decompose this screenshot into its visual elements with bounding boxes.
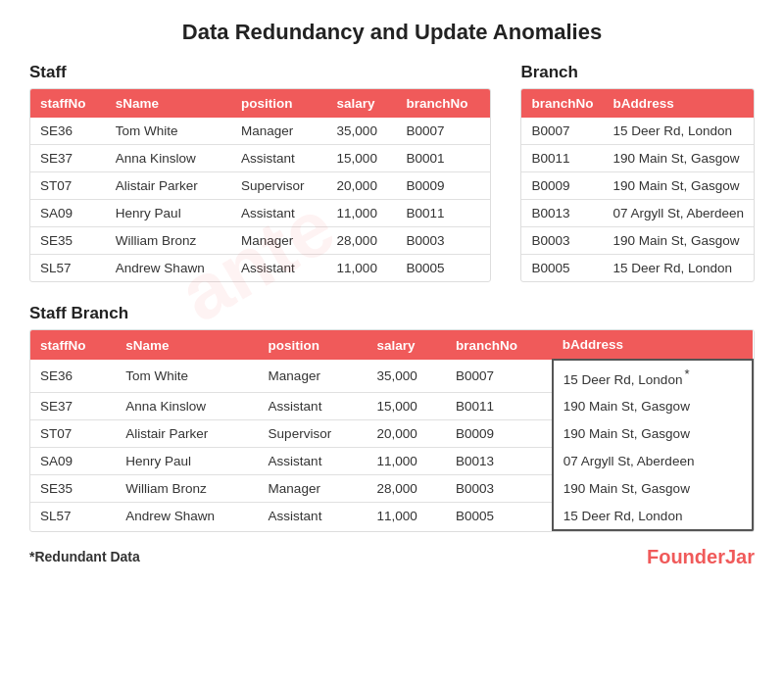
staff-header-position: position xyxy=(231,89,327,118)
sb-header-salary: salary xyxy=(368,330,446,360)
table-row: SE35William BronzManager28,000B0003 xyxy=(30,227,490,255)
staff-tbody: SE36Tom WhiteManager35,000B0007SE37Anna … xyxy=(30,118,490,281)
branch-tbody: B000715 Deer Rd, LondonB0011190 Main St,… xyxy=(521,118,754,281)
table-row: SE37Anna KinslowAssistant15,000B0001 xyxy=(30,145,490,172)
top-section-row: Staff staffNo sName position salary bran… xyxy=(29,63,755,282)
table-row: SE36Tom WhiteManager35,000B0007 xyxy=(30,118,490,145)
staff-header-row: staffNo sName position salary branchNo xyxy=(30,89,490,118)
staff-header-sName: sName xyxy=(106,89,231,118)
staff-branch-table-head: staffNo sName position salary branchNo b… xyxy=(30,330,753,360)
branch-table-wrapper: branchNo bAddress B000715 Deer Rd, Londo… xyxy=(520,88,755,282)
branch-header-row: branchNo bAddress xyxy=(521,89,754,118)
staff-header-branchNo: branchNo xyxy=(396,89,490,118)
staff-table-head: staffNo sName position salary branchNo xyxy=(30,89,490,118)
staff-branch-section: Staff Branch staffNo sName position sala… xyxy=(29,304,755,532)
sb-header-bAddress: bAddress xyxy=(553,330,753,360)
table-row: ST07Alistair ParkerSupervisor20,000B0009 xyxy=(30,172,490,200)
table-row: B000715 Deer Rd, London xyxy=(521,118,754,145)
table-row: B000515 Deer Rd, London xyxy=(521,255,754,282)
branch-section-label: Branch xyxy=(520,63,755,82)
branch-table-head: branchNo bAddress xyxy=(521,89,754,118)
staff-branch-header-row: staffNo sName position salary branchNo b… xyxy=(30,330,753,360)
sb-header-position: position xyxy=(259,330,368,360)
staff-branch-tbody: SE36Tom WhiteManager35,000B000715 Deer R… xyxy=(30,360,753,530)
table-row: SA09Henry PaulAssistant11,000B0011 xyxy=(30,200,490,227)
table-row: SE36Tom WhiteManager35,000B000715 Deer R… xyxy=(30,360,753,393)
sb-header-sName: sName xyxy=(116,330,258,360)
staff-table-wrapper: staffNo sName position salary branchNo S… xyxy=(29,88,491,282)
redundant-note: *Redundant Data xyxy=(29,549,140,564)
table-row: SA09Henry PaulAssistant11,000B001307 Arg… xyxy=(30,448,753,475)
sb-header-staffNo: staffNo xyxy=(30,330,116,360)
staff-branch-section-label: Staff Branch xyxy=(29,304,755,323)
staff-branch-table-wrapper: staffNo sName position salary branchNo b… xyxy=(29,329,755,532)
staff-table: staffNo sName position salary branchNo S… xyxy=(30,89,490,281)
table-row: ST07Alistair ParkerSupervisor20,000B0009… xyxy=(30,420,753,448)
table-row: SL57Andrew ShawnAssistant11,000B0005 xyxy=(30,255,490,282)
staff-branch-table: staffNo sName position salary branchNo b… xyxy=(30,330,754,531)
table-row: SE37Anna KinslowAssistant15,000B0011190 … xyxy=(30,393,753,420)
table-row: B001307 Argyll St, Aberdeen xyxy=(521,200,754,227)
staff-header-staffNo: staffNo xyxy=(30,89,106,118)
staff-section: Staff staffNo sName position salary bran… xyxy=(29,63,491,282)
table-row: B0003190 Main St, Gasgow xyxy=(521,227,754,255)
staff-header-salary: salary xyxy=(327,89,397,118)
page-title: Data Redundancy and Update Anomalies xyxy=(29,20,755,45)
page-wrapper: ante Data Redundancy and Update Anomalie… xyxy=(29,20,755,568)
table-row: SL57Andrew ShawnAssistant11,000B000515 D… xyxy=(30,503,753,530)
table-row: SE35William BronzManager28,000B0003190 M… xyxy=(30,475,753,503)
branch-header-branchNo: branchNo xyxy=(521,89,603,118)
table-row: B0011190 Main St, Gasgow xyxy=(521,145,754,172)
bottom-row: *Redundant Data FounderJar xyxy=(29,546,755,568)
brand-label: FounderJar xyxy=(647,546,755,568)
sb-header-branchNo: branchNo xyxy=(446,330,553,360)
branch-table: branchNo bAddress B000715 Deer Rd, Londo… xyxy=(521,89,754,281)
branch-header-bAddress: bAddress xyxy=(603,89,754,118)
redundant-star: * xyxy=(684,367,689,381)
staff-section-label: Staff xyxy=(29,63,491,82)
branch-section: Branch branchNo bAddress B000715 Deer Rd… xyxy=(520,63,755,282)
table-row: B0009190 Main St, Gasgow xyxy=(521,172,754,200)
